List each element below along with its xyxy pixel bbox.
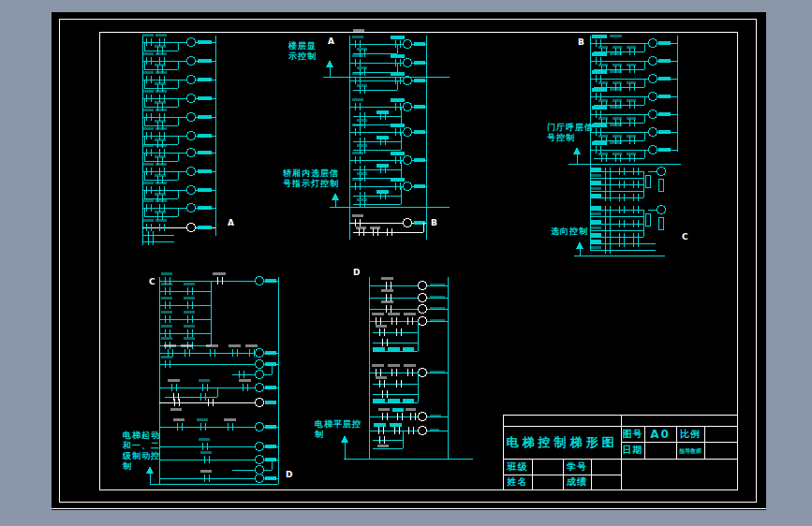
annotation-hall-call: 门厅呼层信 号控制 [547, 123, 594, 143]
annotation-leveling: 电梯平层控 制 [315, 419, 362, 440]
field-drawing-no-value: A0 [644, 426, 676, 442]
title-block-title: 电梯控制梯形图 [503, 426, 621, 459]
annotation-line: 选向控制 [551, 226, 588, 237]
field-scale-label: 比例 [676, 426, 704, 442]
field-date-label: 日期 [621, 442, 644, 459]
field-advisor-label: 指导教师 [678, 442, 702, 459]
annotation-line: 制 [123, 461, 160, 472]
field-class-label: 班级 [503, 459, 532, 475]
section-letter-a-end: A [228, 218, 234, 227]
annotation-floor-display: 楼层显 示控制 [288, 41, 317, 62]
annotation-line: 楼层显 [288, 41, 317, 51]
section-letter-a-start: A [328, 37, 334, 46]
annotation-line: 级制动控 [123, 451, 160, 461]
section-letter-d-start: D [353, 268, 360, 277]
section-letter-d-end: D [286, 470, 292, 479]
annotation-line: 示控制 [288, 51, 317, 62]
annotation-line: 电梯平层控 [315, 419, 362, 430]
section-letter-b-start: B [578, 37, 584, 47]
app-window: 楼层显 示控制 轿厢内选层信 号指示灯控制 门厅呼层信 号控制 选向控制 电梯起… [0, 0, 812, 526]
annotation-line: 和一、二 [123, 441, 160, 451]
section-letter-c-end: C [682, 232, 688, 241]
field-name-label: 姓名 [503, 475, 532, 489]
field-student-no-label: 学号 [563, 459, 591, 475]
annotation-line: 门厅呼层信 [547, 123, 594, 133]
field-drawing-no-label: 图号 [621, 426, 644, 442]
annotation-line: 轿厢内选层信 [283, 168, 339, 179]
annotation-start-brake: 电梯起动 和一、二 级制动控 制 [123, 431, 160, 472]
annotation-line: 电梯起动 [123, 431, 160, 441]
section-letter-c-start: C [149, 277, 155, 286]
annotation-line: 号控制 [547, 133, 594, 143]
annotation-line: 制 [315, 430, 362, 440]
annotation-direction: 选向控制 [551, 226, 588, 237]
annotation-line: 号指示灯控制 [283, 179, 339, 189]
field-grade-label: 成绩 [563, 475, 591, 489]
annotation-car-call: 轿厢内选层信 号指示灯控制 [283, 168, 339, 189]
section-letter-b-end: B [431, 218, 437, 227]
